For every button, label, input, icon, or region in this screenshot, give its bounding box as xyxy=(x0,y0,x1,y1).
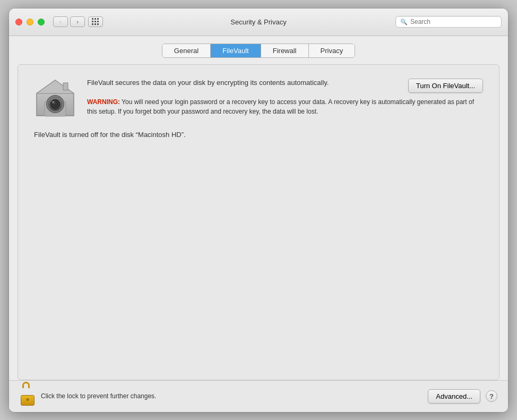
warning-body: You will need your login password or a r… xyxy=(87,98,474,115)
titlebar: ‹ › Security & Privacy 🔍 xyxy=(9,8,508,36)
tab-firewall[interactable]: Firewall xyxy=(261,44,309,57)
lock-body xyxy=(21,395,35,406)
help-button[interactable]: ? xyxy=(486,390,497,402)
traffic-lights xyxy=(15,19,45,25)
lock-text: Click the lock to prevent further change… xyxy=(41,392,156,400)
tabs-bar: General FileVault Firewall Privacy xyxy=(9,36,508,58)
advanced-button[interactable]: Advanced... xyxy=(428,389,480,404)
nav-buttons: ‹ › xyxy=(53,16,85,27)
filevault-top: FileVault secures the data on your disk … xyxy=(34,78,483,120)
tabs-container: General FileVault Firewall Privacy xyxy=(162,44,355,58)
bottom-right: Advanced... ? xyxy=(428,389,497,404)
content-area: General FileVault Firewall Privacy xyxy=(9,36,508,380)
lock-keyhole xyxy=(27,398,29,401)
main-panel: FileVault secures the data on your disk … xyxy=(18,64,499,380)
maximize-button[interactable] xyxy=(38,19,45,25)
tab-filevault[interactable]: FileVault xyxy=(211,44,261,57)
search-input[interactable] xyxy=(410,18,497,25)
main-window: ‹ › Security & Privacy 🔍 General FileVau… xyxy=(9,8,508,412)
svg-rect-8 xyxy=(63,83,68,90)
tab-privacy[interactable]: Privacy xyxy=(309,44,355,57)
description-text: FileVault secures the data on your disk … xyxy=(87,78,329,88)
filevault-status-text: FileVault is turned off for the disk “Ma… xyxy=(34,131,483,139)
svg-point-5 xyxy=(50,99,60,109)
tab-general[interactable]: General xyxy=(162,44,211,57)
forward-button[interactable]: › xyxy=(70,16,85,27)
lock-icon xyxy=(20,387,36,406)
warning-text: WARNING: You will need your login passwo… xyxy=(87,97,483,116)
filevault-icon xyxy=(34,78,76,120)
lock-area[interactable]: Click the lock to prevent further change… xyxy=(20,387,156,406)
close-button[interactable] xyxy=(15,19,22,25)
grid-icon xyxy=(92,18,99,25)
bottom-bar: Click the lock to prevent further change… xyxy=(9,380,508,412)
back-button[interactable]: ‹ xyxy=(53,16,68,27)
window-title: Security & Privacy xyxy=(230,18,286,26)
search-icon: 🔍 xyxy=(400,19,408,25)
warning-label: WARNING: xyxy=(87,98,120,106)
grid-button[interactable] xyxy=(88,16,103,27)
turn-on-filevault-button[interactable]: Turn On FileVault... xyxy=(408,79,483,93)
lock-shackle xyxy=(22,382,30,388)
minimize-button[interactable] xyxy=(27,19,33,25)
svg-point-7 xyxy=(53,101,54,102)
search-bar[interactable]: 🔍 xyxy=(395,16,502,28)
